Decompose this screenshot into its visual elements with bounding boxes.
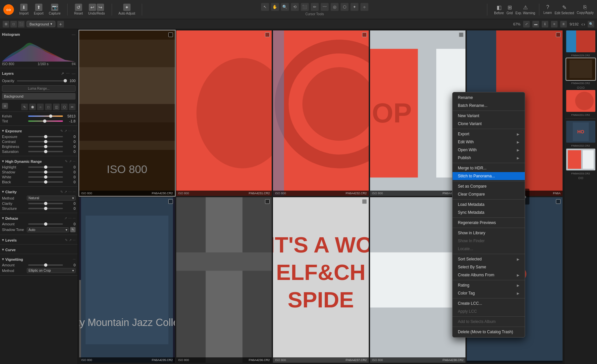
search-button[interactable]: 🔍: [588, 21, 594, 27]
dehaze-icon-1[interactable]: ↗: [64, 216, 67, 220]
thumbnail-1[interactable]: [566, 58, 595, 80]
learn-button[interactable]: ? Learn: [543, 4, 552, 15]
vignetting-method-select[interactable]: Elliptic on Crop ▾: [27, 268, 76, 273]
shadow-slider[interactable]: [28, 171, 63, 173]
ctx-item-26[interactable]: Delete (Move to Catalog Trash): [453, 328, 525, 336]
kelvin-slider[interactable]: [28, 115, 63, 117]
vignetting-amount-slider[interactable]: [28, 264, 63, 266]
cursor-tool-4[interactable]: ⟲: [291, 3, 299, 11]
ctx-item-4[interactable]: Export▶: [453, 130, 525, 138]
histogram-dots[interactable]: ···: [72, 32, 76, 37]
add-layer-button[interactable]: +: [2, 103, 8, 109]
clarity-icon-3[interactable]: ⋯: [68, 190, 72, 194]
exposure-icon-3[interactable]: ⋯: [68, 129, 72, 133]
pause-button[interactable]: ⏸: [560, 21, 567, 27]
ctx-item-11[interactable]: Clear Compare: [453, 190, 525, 198]
brightness-slider[interactable]: [28, 146, 63, 147]
ctx-item-19[interactable]: Select By Same: [453, 263, 525, 271]
next-button[interactable]: ›: [583, 22, 585, 27]
tint-slider[interactable]: [28, 120, 63, 122]
photo-checkbox-3[interactable]: [459, 32, 463, 37]
exposure-header[interactable]: ▾ Exposure ✎ ↗ ⋯ ···: [2, 127, 76, 134]
ctx-item-12[interactable]: Load Metadata: [453, 201, 525, 208]
layers-icon-2[interactable]: ⋯: [66, 71, 70, 76]
contrast-slider[interactable]: [28, 141, 63, 142]
photo-cell-3[interactable]: OP ISO 800 FN6A4233.CR2: [370, 30, 466, 196]
hdr-header[interactable]: ▾ High Dynamic Range ✎ ↗ ···: [2, 158, 76, 164]
photo-cell-7[interactable]: IT'S A WO ELF&CH SPIDE ISO 800 FN6A4237.…: [273, 197, 369, 363]
undo-redo-button[interactable]: ↩ ↪ Undo/Redo: [88, 4, 105, 15]
photo-checkbox-0[interactable]: [168, 32, 173, 37]
exposure-slider[interactable]: [28, 136, 63, 137]
hdr-icon-3[interactable]: ···: [73, 159, 76, 163]
ctx-item-14[interactable]: Regenerate Previews: [453, 219, 525, 227]
cursor-tool-8[interactable]: ◎: [331, 3, 339, 11]
ctx-item-6[interactable]: Open With▶: [453, 146, 525, 154]
exp-warning-button[interactable]: ⚠ Exp. Warning: [516, 4, 535, 15]
method-select[interactable]: Natural ▾: [27, 196, 76, 201]
cursor-tool-10[interactable]: ✦: [351, 3, 358, 11]
thumbnail-3[interactable]: HO: [566, 121, 595, 143]
ctx-item-20[interactable]: Create Albums From▶: [453, 271, 525, 279]
cursor-tool-1[interactable]: ↖: [261, 3, 269, 11]
clarity-icon-4[interactable]: ···: [73, 190, 76, 194]
clarity-header[interactable]: ▾ Clarity ✎ ↗ ⋯ ···: [2, 188, 76, 195]
reset-button[interactable]: ↺ Reset: [74, 4, 83, 15]
vignetting-header[interactable]: ▾ Vignetting ···: [2, 255, 76, 262]
cursor-tool-11[interactable]: ⟡: [360, 3, 368, 11]
levels-icon-3[interactable]: ···: [73, 238, 76, 242]
levels-icon-2[interactable]: ↗: [69, 238, 72, 242]
dehaze-header[interactable]: ▾ Dehaze ↗ ⋯ ···: [2, 214, 76, 221]
amount-slider[interactable]: [28, 223, 63, 225]
ctx-item-13[interactable]: Sync Metadata: [453, 208, 525, 216]
ctx-item-8[interactable]: Merge to HDR...: [453, 164, 525, 172]
photo-checkbox-4[interactable]: [556, 32, 561, 37]
ctx-item-7[interactable]: Publish▶: [453, 154, 525, 162]
photo-cell-8[interactable]: ISO 800 FN6A4238.CR2: [370, 197, 466, 363]
structure-slider[interactable]: [28, 208, 63, 209]
ctx-item-9[interactable]: Stitch to Panorama...: [453, 172, 525, 180]
prev-button[interactable]: ‹: [581, 22, 583, 27]
ctx-item-18[interactable]: Sort Selected▶: [453, 255, 525, 263]
dehaze-icon-3[interactable]: ···: [73, 216, 76, 220]
clarity-slider[interactable]: [28, 203, 63, 204]
photo-cell-6[interactable]: ISO 800 FN6A4236.CR2: [176, 197, 272, 363]
layers-icon-1[interactable]: ↗: [61, 71, 64, 76]
cursor-tool-3[interactable]: 🔍: [281, 3, 289, 11]
export-button[interactable]: ⬆ Export: [34, 4, 43, 15]
luma-range-button[interactable]: Luma Range...: [2, 85, 76, 92]
opacity-slider[interactable]: [17, 80, 67, 81]
white-slider[interactable]: [28, 176, 63, 178]
ctx-item-22[interactable]: Color Tag▶: [453, 289, 525, 297]
black-slider[interactable]: [28, 181, 63, 183]
ctx-item-3[interactable]: Clone Variant: [453, 120, 525, 128]
capture-button[interactable]: 📷 Capture: [49, 4, 61, 15]
clarity-icon-1[interactable]: ✎: [60, 190, 63, 194]
dehaze-icon-2[interactable]: ⋯: [68, 216, 72, 220]
ctx-item-23[interactable]: Create LCC...: [453, 299, 525, 307]
photo-cell-1[interactable]: ISO 800 FN6A4231.CR2: [176, 30, 272, 196]
cursor-tool-6[interactable]: ✏: [311, 3, 319, 11]
ctx-item-15[interactable]: Show in Library: [453, 229, 525, 237]
eraser-tool[interactable]: □: [45, 104, 52, 110]
info-button[interactable]: ℹ: [542, 21, 548, 27]
gradient-tool[interactable]: ⬟: [29, 104, 36, 110]
layers-header[interactable]: Layers ↗ ⋯ ···: [2, 69, 76, 77]
paint-brush-tool[interactable]: ✎: [21, 104, 28, 110]
edit-mask-tool[interactable]: ✏: [69, 104, 76, 110]
clone-tool[interactable]: ◫: [53, 104, 60, 110]
auto-adjust-button[interactable]: ✦ Auto Adjust: [119, 4, 136, 15]
vignetting-icon-1[interactable]: ···: [73, 257, 76, 261]
photo-checkbox-7[interactable]: [362, 199, 367, 204]
cursor-tool-9[interactable]: ⬡: [341, 3, 349, 11]
thumbnail-2[interactable]: [566, 90, 595, 112]
curve-header[interactable]: ▾ Curve: [2, 246, 76, 252]
thumbnail-0[interactable]: [566, 30, 595, 52]
photo-cell-5[interactable]: Rocky Mountain Jazz Collecti... ISO 800 …: [79, 197, 175, 363]
shadow-tone-select[interactable]: Auto ▾: [27, 227, 69, 232]
photo-checkbox-9[interactable]: [556, 199, 561, 204]
shadow-tone-picker[interactable]: ✎: [70, 227, 76, 232]
hdr-icon-1[interactable]: ✎: [65, 159, 68, 163]
photo-cell-0[interactable]: ISO 800 ISO 800 FN6A4230.CR2: [79, 30, 175, 196]
grid-view-button[interactable]: ⊞: [3, 21, 9, 27]
